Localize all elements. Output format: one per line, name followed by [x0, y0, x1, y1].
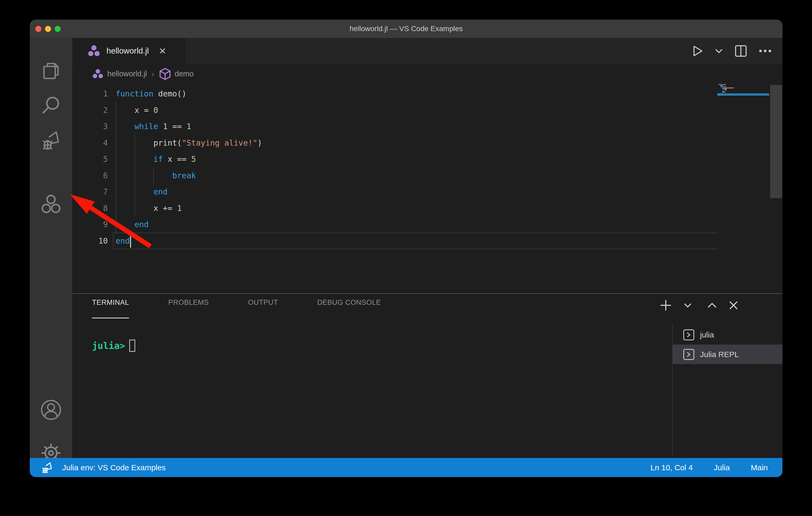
code-line[interactable]: 5 if x == 5: [72, 151, 782, 167]
terminal-cursor: [129, 339, 135, 352]
minimap-line: [725, 92, 725, 93]
code-text: end: [116, 233, 130, 249]
code-text: end: [116, 183, 168, 200]
search-icon[interactable]: [40, 95, 61, 116]
minimap-line: [718, 84, 722, 85]
panel-tab-terminal[interactable]: TERMINAL: [92, 299, 129, 318]
split-editor-icon[interactable]: [735, 45, 747, 57]
code-line[interactable]: 10end: [72, 233, 782, 249]
terminal-prompt: julia>: [92, 341, 125, 351]
explorer-icon[interactable]: [40, 61, 61, 82]
julia-extension-icon[interactable]: [40, 194, 61, 215]
julia-file-icon: [92, 69, 104, 79]
julia-file-icon: [87, 45, 101, 57]
minimap-line: [720, 85, 723, 86]
line-number: 6: [72, 167, 108, 184]
activity-bar: [30, 38, 72, 458]
run-dropdown-chevron-icon[interactable]: [715, 48, 723, 54]
minimap-line: [722, 85, 723, 86]
line-number: 8: [72, 200, 108, 216]
line-number: 10: [72, 233, 108, 249]
terminal-label: Julia REPL: [700, 350, 739, 359]
code-text: print("Staying alive!"): [116, 134, 262, 151]
title-bar: helloworld.jl — VS Code Examples: [30, 20, 782, 38]
debug-icon: [41, 461, 53, 474]
minimap-line: [722, 91, 724, 91]
screenshot-root: helloworld.jl — VS Code Examples: [0, 0, 812, 516]
more-actions-icon[interactable]: [759, 50, 772, 53]
code-line[interactable]: 8 x += 1: [72, 200, 782, 216]
panel-tab-output[interactable]: OUTPUT: [248, 299, 278, 318]
minimap-line: [724, 89, 726, 89]
minimap-line: [723, 86, 724, 87]
code-text: x += 1: [116, 200, 182, 216]
bottom-panel: TERMINALPROBLEMSOUTPUTDEBUG CONSOLE: [72, 293, 782, 458]
terminal-label: julia: [700, 330, 714, 339]
code-text: break: [116, 167, 196, 184]
code-line[interactable]: 1function demo(): [72, 86, 782, 102]
terminal-dropdown-chevron-icon[interactable]: [684, 303, 691, 308]
status-julia-env[interactable]: Julia env: VS Code Examples: [41, 458, 166, 477]
new-terminal-icon[interactable]: [660, 300, 671, 311]
line-number: 1: [72, 86, 108, 102]
terminal-list-item[interactable]: Julia REPL: [673, 344, 782, 364]
text-cursor: [130, 234, 131, 247]
minimap[interactable]: [717, 84, 769, 293]
status-item[interactable]: Ln 10, Col 4: [650, 463, 693, 472]
minimap-line: [726, 89, 727, 89]
editor-tab-bar: helloworld.jl ✕: [72, 38, 782, 64]
terminal-icon: [683, 329, 694, 340]
status-item[interactable]: Main: [751, 463, 768, 472]
terminal-area[interactable]: julia>: [92, 339, 135, 352]
code-line[interactable]: 9 end: [72, 216, 782, 233]
run-file-button[interactable]: [692, 45, 703, 57]
close-panel-icon[interactable]: [729, 301, 738, 310]
code-line[interactable]: 3 while 1 == 1: [72, 118, 782, 134]
line-number: 9: [72, 216, 108, 233]
code-text: if x == 5: [116, 151, 196, 167]
code-text: while 1 == 1: [116, 118, 191, 134]
minimap-line: [724, 90, 727, 90]
minimap-line: [725, 88, 733, 88]
minimap-line: [723, 84, 726, 85]
tab-label: helloworld.jl: [107, 46, 149, 56]
code-line[interactable]: 6 break: [72, 167, 782, 184]
panel-tab-problems[interactable]: PROBLEMS: [168, 299, 209, 318]
editor-scrollbar[interactable]: [770, 85, 782, 198]
vscode-window: helloworld.jl — VS Code Examples: [30, 20, 782, 477]
line-number: 3: [72, 118, 108, 134]
minimap-current-line: [717, 93, 769, 96]
panel-tab-debug-console[interactable]: DEBUG CONSOLE: [317, 299, 381, 318]
minimap-line: [722, 92, 725, 93]
code-line[interactable]: 7 end: [72, 183, 782, 200]
line-number: 5: [72, 151, 108, 167]
breadcrumb-separator: ›: [152, 69, 154, 79]
minimap-line: [733, 88, 734, 88]
tab-close-icon[interactable]: ✕: [159, 47, 166, 55]
terminal-list-item[interactable]: julia: [673, 325, 782, 344]
code-line[interactable]: 2 x = 0: [72, 102, 782, 118]
minimap-line: [720, 86, 723, 87]
tab-helloworld[interactable]: helloworld.jl ✕: [72, 38, 186, 64]
minimap-line: [722, 89, 723, 89]
minimap-line: [722, 88, 725, 88]
code-line[interactable]: 4 print("Staying alive!"): [72, 134, 782, 151]
run-and-debug-icon[interactable]: [40, 130, 61, 151]
minimap-line: [726, 86, 726, 87]
status-bar: Julia env: VS Code Examples Ln 10, Col 4…: [30, 458, 782, 477]
account-icon[interactable]: [40, 399, 61, 420]
code-editor[interactable]: 1function demo()2 x = 03 while 1 == 14 p…: [72, 84, 782, 293]
maximize-panel-icon[interactable]: [707, 302, 717, 308]
code-text: function demo(): [116, 86, 186, 102]
window-title: helloworld.jl — VS Code Examples: [30, 20, 782, 38]
breadcrumb-file[interactable]: helloworld.jl: [92, 69, 147, 79]
symbol-cube-icon: [159, 68, 171, 80]
breadcrumb: helloworld.jl › demo: [72, 64, 782, 84]
code-text: x = 0: [116, 102, 158, 118]
status-item[interactable]: Julia: [714, 463, 730, 472]
line-number: 7: [72, 183, 108, 200]
terminal-list: juliaJulia REPL: [673, 325, 782, 364]
line-number: 4: [72, 134, 108, 151]
terminal-icon: [683, 349, 694, 360]
breadcrumb-symbol[interactable]: demo: [159, 68, 194, 80]
